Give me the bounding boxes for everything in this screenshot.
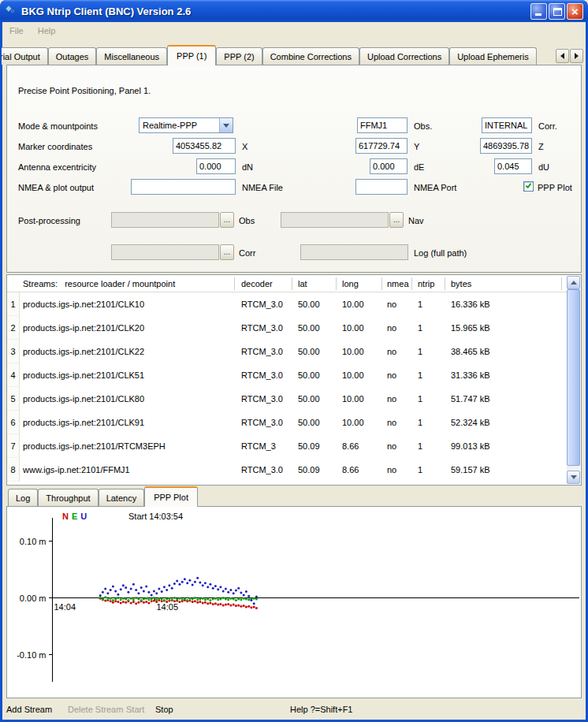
mode-combobox-value: Realtime-PPP [140,121,219,130]
add-stream-button[interactable]: Add Stream [6,705,52,714]
obs-mountpoint-field[interactable] [357,117,408,133]
marker-z-field[interactable] [480,138,532,154]
cell-long: 8.66 [342,465,359,475]
cell-num: 4 [7,363,20,387]
tab-ppp-plot[interactable]: PPP Plot [144,486,198,507]
tab-ppp-1[interactable]: PPP (1) [167,45,216,65]
svg-text:-0.10 m: -0.10 m [17,650,46,660]
panel-heading: Precise Point Positioning, Panel 1. [18,86,151,95]
stop-button[interactable]: Stop [155,705,173,714]
tab-upload-ephemeris[interactable]: Upload Ephemeris [449,47,537,65]
mode-combobox[interactable]: Realtime-PPP [139,117,233,133]
tab-miscellaneous[interactable]: Miscellaneous [96,47,167,65]
antenna-de-field[interactable] [370,158,408,174]
scroll-up-button[interactable] [567,276,580,289]
tab-scroll-left-button[interactable] [556,49,569,63]
plot-panel: 0.10 m0.00 m-0.10 m14:0414:05 NEU Start … [6,506,582,698]
cell-decoder: RTCM_3.0 [241,300,283,309]
tab-upload-corrections[interactable]: Upload Corrections [359,47,449,65]
nmea-label: NMEA & plot output [18,183,94,192]
chevron-down-icon [223,124,229,128]
titlebar[interactable]: BKG Ntrip Client (BNC) Version 2.6 × [0,0,588,22]
window-controls: × [530,3,583,20]
marker-label: Marker coordinates [18,142,92,151]
svg-text:14:04: 14:04 [54,602,76,612]
menu-help[interactable]: Help [38,26,56,35]
streams-table: Streams: resource loader / mountpoint de… [6,274,582,486]
maximize-button[interactable] [549,3,565,20]
marker-y-field[interactable] [355,138,408,154]
table-row[interactable]: 2products.igs-ip.net:2101/CLK20RTCM_3.05… [7,316,567,340]
column-divider [445,277,445,290]
chevron-left-icon [560,53,564,59]
menubar: File Help [2,22,586,39]
top-tabbar: rial Output Outages Miscellaneous PPP (1… [2,45,552,65]
legend-e: E [72,512,77,521]
cell-nmea: no [387,370,396,380]
cell-mountpoint: products.igs-ip.net:2101/CLK10 [23,300,144,309]
column-divider [292,277,292,290]
ppp-plot-checkbox[interactable] [523,181,534,192]
antenna-dn-label: dN [242,162,253,172]
header-decoder: decoder [241,279,273,288]
table-row[interactable]: 8www.igs-ip.net:2101/FFMJ1RTCM_3.050.098… [7,458,567,482]
antenna-du-field[interactable] [494,158,532,174]
marker-z-label: Z [538,142,544,151]
menu-file[interactable]: File [9,26,24,35]
marker-x-field[interactable] [173,138,236,154]
table-row[interactable]: 4products.igs-ip.net:2101/CLK51RTCM_3.05… [7,363,567,387]
postproc-corr-field [111,244,219,260]
cell-mountpoint: www.igs-ip.net:2101/FFMJ1 [23,465,130,475]
corr-mountpoint-field[interactable] [482,117,532,133]
nmea-port-label: NMEA Port [414,183,456,192]
tab-ppp-2[interactable]: PPP (2) [216,47,262,65]
cell-ntrip: 1 [418,347,422,356]
table-row[interactable]: 1products.igs-ip.net:2101/CLK10RTCM_3.05… [7,292,567,316]
cell-mountpoint: products.igs-ip.net:2101/CLK22 [23,347,144,356]
cell-bytes: 15.965 kB [451,323,490,333]
cell-bytes: 38.465 kB [451,347,490,356]
scroll-down-button[interactable] [567,471,580,484]
cell-num: 1 [7,292,20,316]
nmea-file-label: NMEA File [242,183,283,192]
postproc-obs-field [111,212,219,228]
tab-serial-output[interactable]: rial Output [2,47,48,65]
cell-bytes: 99.013 kB [451,441,490,451]
tab-throughput[interactable]: Throughput [38,489,98,506]
table-row[interactable]: 3products.igs-ip.net:2101/CLK22RTCM_3.05… [7,340,567,363]
cell-lat: 50.00 [298,418,320,427]
cell-nmea: no [387,300,396,309]
table-row[interactable]: 7products.igs-ip.net:2101/RTCM3EPHRTCM_3… [7,434,567,458]
tab-scroll-right-button[interactable] [570,49,583,63]
cell-nmea: no [387,441,396,451]
help-shortcut-label: Help ?=Shift+F1 [290,705,353,714]
close-button[interactable]: × [567,3,583,20]
cell-long: 10.00 [342,370,364,380]
cell-long: 10.00 [342,300,364,309]
nmea-file-field[interactable] [131,179,236,195]
table-row[interactable]: 5products.igs-ip.net:2101/CLK80RTCM_3.05… [7,387,567,411]
obs-label: Obs. [414,121,432,131]
legend-n: N [62,512,69,521]
table-scrollbar[interactable] [567,276,580,484]
browse-obs-button: ... [220,212,234,228]
tab-outages[interactable]: Outages [48,47,97,65]
cell-decoder: RTCM_3.0 [241,370,283,380]
column-divider [381,277,382,290]
column-divider [561,277,562,290]
combobox-dropdown-button[interactable] [219,118,233,132]
marker-x-label: X [242,142,247,151]
nmea-port-field[interactable] [355,179,408,195]
tab-combine-corrections[interactable]: Combine Corrections [262,47,359,65]
tab-log[interactable]: Log [8,489,38,506]
antenna-dn-field[interactable] [196,158,236,174]
header-bytes: bytes [451,279,471,288]
tab-latency[interactable]: Latency [99,489,145,506]
postproc-nav-label: Nav [408,216,424,225]
plot-legend: NEU [62,512,90,521]
scrollbar-thumb[interactable] [567,289,580,466]
table-row[interactable]: 6products.igs-ip.net:2101/CLK91RTCM_3.05… [7,411,567,434]
cell-ntrip: 1 [418,323,422,333]
minimize-button[interactable] [530,3,547,20]
cell-ntrip: 1 [418,370,422,380]
